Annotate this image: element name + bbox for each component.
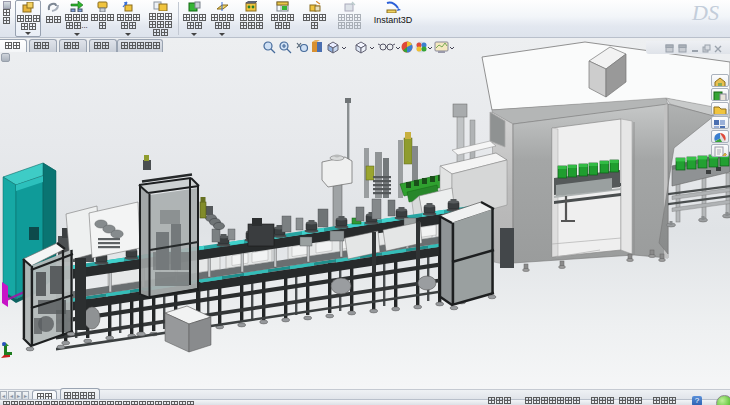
svg-text:DS: DS [691, 1, 719, 25]
